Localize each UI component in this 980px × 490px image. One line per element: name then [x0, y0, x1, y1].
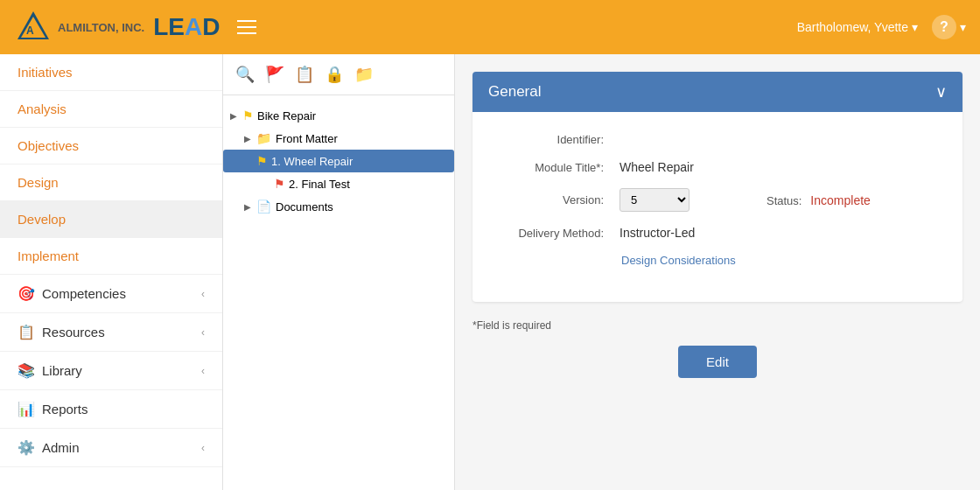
general-collapse-icon[interactable]: ∨: [935, 82, 947, 102]
admin-expand-icon: ‹: [201, 442, 205, 454]
final-test-flag-icon: ⚑: [274, 177, 285, 191]
sidebar-item-competencies[interactable]: 🎯 Competencies ‹: [0, 275, 222, 313]
bike-repair-label: Bike Repair: [257, 109, 316, 122]
tree-node-final-test[interactable]: ⚑ 2. Final Test: [223, 172, 454, 195]
admin-icon: ⚙️: [18, 439, 35, 456]
version-select[interactable]: 5: [620, 188, 690, 212]
documents-icon: 📄: [256, 200, 271, 214]
main-content: 🔍 🚩 📋 🔒 📁 ▶ ⚑ Bike Repair ▶ 📁 Front Matt…: [223, 54, 980, 490]
front-matter-folder-icon: 📁: [256, 131, 271, 145]
edit-button-row: Edit: [472, 346, 962, 378]
general-card: General ∨ Identifier: Module Title*: Whe…: [472, 72, 962, 302]
design-considerations-row: Design Considerations: [499, 254, 936, 267]
user-dropdown-icon: ▾: [912, 20, 918, 34]
design-considerations-link[interactable]: Design Considerations: [621, 254, 736, 267]
resources-icon: 📋: [18, 324, 35, 340]
menu-toggle-button[interactable]: [237, 20, 256, 34]
delivery-method-value: Instructor-Led: [620, 226, 695, 240]
version-status-row: Version: 5 Status: Incomplete: [499, 188, 936, 212]
logo-lead-text: LEAD: [153, 13, 220, 41]
tree-node-documents[interactable]: ▶ 📄 Documents: [223, 195, 454, 218]
sidebar-item-analysis[interactable]: Analysis: [0, 91, 222, 128]
tree-lock-icon[interactable]: 🔒: [323, 63, 346, 86]
delivery-method-row: Delivery Method: Instructor-Led: [499, 226, 936, 240]
sidebar-item-library[interactable]: 📚 Library ‹: [0, 352, 222, 390]
user-menu-button[interactable]: Bartholomew, Yvette ▾: [797, 20, 918, 34]
logo-icon: A: [14, 8, 52, 46]
library-icon: 📚: [18, 362, 35, 379]
sidebar-item-design[interactable]: Design: [0, 164, 222, 201]
tree-node-front-matter[interactable]: ▶ 📁 Front Matter: [223, 127, 454, 150]
competencies-icon: 🎯: [18, 285, 35, 302]
tree-toolbar: 🔍 🚩 📋 🔒 📁: [223, 54, 454, 95]
sidebar-item-admin[interactable]: ⚙️ Admin ‹: [0, 429, 222, 467]
sidebar-item-resources[interactable]: 📋 Resources ‹: [0, 313, 222, 352]
reports-icon: 📊: [18, 401, 35, 417]
status-label-text: Status: Incomplete: [766, 193, 871, 207]
status-value: Incomplete: [810, 193, 870, 207]
sidebar-item-objectives[interactable]: Objectives: [0, 128, 222, 164]
library-expand-icon: ‹: [201, 365, 205, 377]
wheel-repair-flag-icon: ⚑: [256, 154, 268, 168]
help-dropdown-icon: ▾: [960, 20, 966, 34]
sidebar-item-initiatives[interactable]: Initiatives: [0, 54, 222, 91]
front-matter-label: Front Matter: [276, 132, 338, 145]
tree-body: ▶ ⚑ Bike Repair ▶ 📁 Front Matter ⚑ 1. Wh…: [223, 95, 454, 490]
competencies-expand-icon: ‹: [201, 288, 205, 300]
layout: Initiatives Analysis Objectives Design D…: [0, 54, 980, 490]
identifier-row: Identifier:: [499, 133, 936, 146]
identifier-label: Identifier:: [499, 133, 612, 146]
bike-repair-flag-icon: ⚑: [242, 108, 254, 122]
general-card-header: General ∨: [472, 72, 962, 112]
module-title-row: Module Title*: Wheel Repair: [499, 160, 936, 174]
tree-node-wheel-repair[interactable]: ⚑ 1. Wheel Repair: [223, 150, 454, 172]
required-note: *Field is required: [472, 319, 962, 332]
final-test-label: 2. Final Test: [289, 178, 350, 191]
sidebar-item-develop[interactable]: Develop: [0, 201, 222, 238]
sidebar-item-reports[interactable]: 📊 Reports: [0, 390, 222, 429]
detail-panel: General ∨ Identifier: Module Title*: Whe…: [455, 54, 980, 490]
help-menu-button[interactable]: ? ▾: [932, 15, 966, 39]
wheel-repair-label: 1. Wheel Repair: [271, 155, 353, 168]
general-card-body: Identifier: Module Title*: Wheel Repair …: [472, 112, 962, 302]
help-icon: ?: [932, 15, 956, 39]
svg-text:A: A: [26, 24, 34, 37]
documents-label: Documents: [276, 200, 333, 214]
module-title-label: Module Title*:: [499, 161, 612, 174]
tree-panel: 🔍 🚩 📋 🔒 📁 ▶ ⚑ Bike Repair ▶ 📁 Front Matt…: [223, 54, 455, 490]
sidebar-item-implement[interactable]: Implement: [0, 238, 222, 275]
documents-expand-icon: ▶: [244, 202, 256, 212]
user-name: Bartholomew, Yvette: [797, 20, 908, 34]
tree-folder-icon[interactable]: 📁: [353, 63, 375, 86]
resources-expand-icon: ‹: [201, 326, 205, 339]
tree-table-icon[interactable]: 📋: [293, 63, 316, 86]
general-title: General: [488, 83, 541, 101]
tree-search-icon[interactable]: 🔍: [234, 63, 256, 86]
module-title-value: Wheel Repair: [620, 160, 694, 174]
edit-button[interactable]: Edit: [678, 346, 757, 378]
bike-repair-expand-icon: ▶: [230, 111, 242, 121]
sidebar: Initiatives Analysis Objectives Design D…: [0, 54, 223, 490]
header-right: Bartholomew, Yvette ▾ ? ▾: [797, 15, 966, 39]
header: A ALMILTON, INC. LEAD Bartholomew, Yvett…: [0, 0, 980, 54]
status-label: Status:: [766, 194, 802, 207]
tree-flag-icon[interactable]: 🚩: [263, 63, 286, 86]
delivery-method-label: Delivery Method:: [499, 227, 612, 240]
version-label: Version:: [499, 193, 612, 206]
tree-node-bike-repair[interactable]: ▶ ⚑ Bike Repair: [223, 104, 454, 127]
front-matter-expand-icon: ▶: [244, 134, 256, 144]
logo[interactable]: A ALMILTON, INC. LEAD: [14, 8, 220, 46]
